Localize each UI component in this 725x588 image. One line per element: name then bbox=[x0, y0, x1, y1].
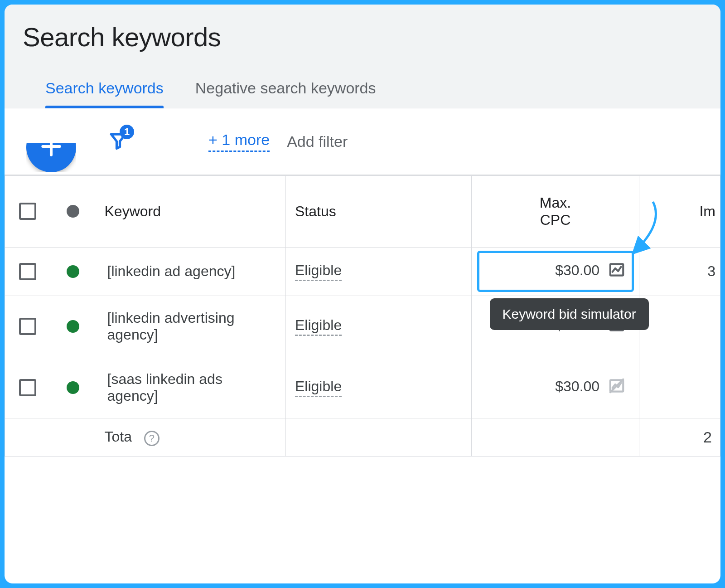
chart-icon bbox=[608, 265, 625, 282]
row-checkbox[interactable] bbox=[19, 379, 36, 396]
filter-icon bbox=[109, 144, 128, 151]
max-cpc-value[interactable]: $30.00 bbox=[555, 262, 599, 278]
filter-button[interactable]: 1 bbox=[109, 131, 128, 152]
more-filters-link[interactable]: + 1 more bbox=[208, 131, 270, 152]
table-row: [saas linkedin ads agency] Eligible $30.… bbox=[5, 357, 720, 418]
status-text[interactable]: Eligible bbox=[295, 378, 342, 397]
keyword-text[interactable]: [saas linkedin ads agency] bbox=[107, 371, 222, 404]
max-cpc-value[interactable]: $30.00 bbox=[555, 378, 599, 394]
status-dot-icon bbox=[67, 265, 79, 278]
tab-negative-keywords[interactable]: Negative search keywords bbox=[195, 79, 376, 108]
table-footer-row: Tota ? 2 bbox=[5, 418, 720, 456]
tooltip-bid-simulator: Keyword bid simulator bbox=[490, 298, 649, 330]
col-max-cpc-line1: Max. bbox=[481, 194, 630, 211]
header: Search keywords Search keywords Negative… bbox=[5, 5, 720, 108]
impressions-value: 3 bbox=[707, 263, 715, 279]
chart-icon bbox=[608, 381, 625, 398]
table-header-row: Keyword Status Max. CPC Im bbox=[5, 176, 720, 248]
footer-value: 2 bbox=[703, 428, 712, 446]
page-title: Search keywords bbox=[23, 22, 702, 52]
status-dot-icon bbox=[67, 320, 79, 333]
status-dot-icon bbox=[67, 205, 79, 218]
filter-badge: 1 bbox=[120, 125, 134, 139]
tab-label: Search keywords bbox=[45, 79, 164, 97]
status-dot-icon bbox=[67, 381, 79, 394]
tab-label: Negative search keywords bbox=[195, 79, 376, 97]
filter-bar: 1 + 1 more Add filter bbox=[5, 108, 720, 175]
row-checkbox[interactable] bbox=[19, 263, 36, 280]
add-filter-button[interactable]: Add filter bbox=[287, 133, 348, 151]
tabs: Search keywords Negative search keywords bbox=[23, 79, 702, 108]
svg-line-6 bbox=[610, 379, 624, 393]
help-icon[interactable]: ? bbox=[144, 431, 160, 446]
col-max-cpc[interactable]: Max. CPC bbox=[472, 176, 639, 248]
col-status[interactable]: Status bbox=[286, 176, 472, 248]
app-frame: Search keywords Search keywords Negative… bbox=[5, 5, 720, 583]
bid-simulator-button-disabled bbox=[608, 377, 625, 398]
tab-search-keywords[interactable]: Search keywords bbox=[45, 79, 164, 108]
select-all-checkbox[interactable] bbox=[19, 203, 36, 220]
row-checkbox[interactable] bbox=[19, 318, 36, 335]
col-keyword[interactable]: Keyword bbox=[96, 176, 286, 248]
bid-simulator-button[interactable] bbox=[608, 261, 625, 282]
keyword-text[interactable]: [linkedin ad agency] bbox=[107, 263, 236, 279]
table-row: [linkedin ad agency] Eligible $30.00 3 bbox=[5, 247, 720, 296]
keyword-text[interactable]: [linkedin advertising agency] bbox=[107, 310, 235, 343]
col-max-cpc-line2: CPC bbox=[481, 211, 630, 228]
status-text[interactable]: Eligible bbox=[295, 317, 342, 336]
status-text[interactable]: Eligible bbox=[295, 262, 342, 281]
col-impressions[interactable]: Im bbox=[639, 176, 720, 248]
total-label: Tota bbox=[105, 428, 132, 445]
